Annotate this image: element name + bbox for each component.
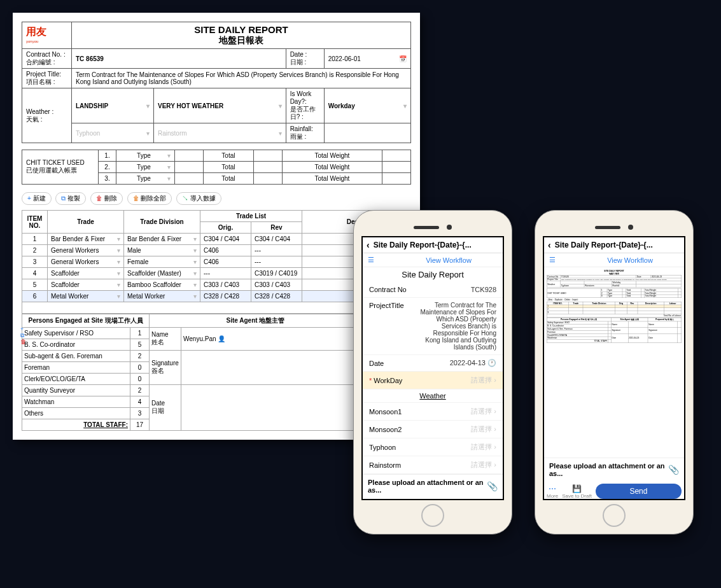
- logo-sub: yonyou: [26, 39, 38, 43]
- screen-header: ‹ Site Daily Report-{Date}-{...: [363, 237, 503, 253]
- copy-button[interactable]: ⧉ 複製: [55, 192, 86, 205]
- typhoon-select[interactable]: 請選擇 ›: [420, 442, 496, 452]
- table-row[interactable]: 5Scaffolder▾Bamboo Scaffolder▾C303 / C40…: [22, 279, 411, 291]
- chit-weight-val[interactable]: [382, 162, 411, 173]
- chit-total-val[interactable]: [253, 150, 282, 162]
- date-value[interactable]: 2022-04-13 🕐: [420, 359, 496, 367]
- mini-document-preview[interactable]: SITE DAILY REPORT地盤日報表 Contract NoTCK928…: [544, 267, 684, 458]
- delete-row-icon[interactable]: 🗑: [20, 339, 26, 346]
- chit-total-label: Total: [203, 162, 253, 173]
- contract-no-value[interactable]: TC 86539: [72, 49, 286, 69]
- chit-label: CHIT TICKET USED 已使用運載入帳票: [22, 150, 99, 185]
- screen-title: Site Daily Report-{Date}-{...: [555, 241, 653, 249]
- rainfall-value[interactable]: [324, 123, 410, 143]
- view-workflow-link[interactable]: View Workflow: [581, 256, 679, 264]
- calendar-icon[interactable]: 📅: [399, 55, 407, 62]
- person-count[interactable]: 2: [130, 385, 150, 396]
- home-button[interactable]: [421, 504, 444, 527]
- rainstorm-select[interactable]: Rainstorm▾: [153, 123, 286, 143]
- col-rev: Rev: [251, 222, 302, 234]
- person-count[interactable]: 2: [130, 351, 150, 362]
- phone-screen: ‹ Site Daily Report-{Date}-{... ☰ View W…: [361, 236, 504, 500]
- chit-row-num: 3.: [99, 173, 116, 185]
- chevron-down-icon: ▾: [117, 281, 120, 288]
- project-title-value[interactable]: Term Contract for The Maintenance of Slo…: [72, 69, 411, 88]
- person-count[interactable]: 3: [130, 408, 150, 419]
- back-icon[interactable]: ‹: [548, 240, 551, 250]
- chit-type-val[interactable]: [174, 162, 203, 173]
- delete-button[interactable]: 🗑 刪除: [90, 192, 123, 205]
- person-count[interactable]: 5: [130, 339, 150, 351]
- import-button[interactable]: ↘ 導入數據: [176, 192, 221, 205]
- table-row[interactable]: 3General Workers▾Female▾C406---: [22, 256, 411, 268]
- chevron-down-icon: ▾: [117, 258, 120, 265]
- person-count[interactable]: 0: [130, 374, 150, 385]
- date-label: Date 日期: [150, 385, 181, 431]
- agent-header: Site Agent 地盤主管: [150, 314, 362, 328]
- chit-total-val[interactable]: [253, 173, 282, 185]
- weather-label: Weather : 天氣 :: [22, 88, 72, 143]
- chit-total-val[interactable]: [253, 162, 282, 173]
- workday-value[interactable]: Workday▾: [324, 88, 410, 123]
- delete-all-button[interactable]: 🗑 刪除全部: [127, 192, 172, 205]
- send-button[interactable]: Send: [596, 484, 682, 499]
- table-row[interactable]: 4Scaffolder▾Scaffolder (Master)▾---C3019…: [22, 268, 411, 279]
- chit-weight-val[interactable]: [382, 150, 411, 162]
- table-row[interactable]: 1Bar Bender & Fixer▾Bar Bender & Fixer▾C…: [22, 234, 411, 245]
- person-count[interactable]: 4: [130, 396, 150, 408]
- chit-type[interactable]: Type▾: [116, 162, 175, 173]
- chit-total-label: Total: [203, 173, 253, 185]
- date-value[interactable]: 2022-06-01📅: [324, 49, 410, 69]
- person-role: B. S. Co-ordinator: [22, 339, 130, 351]
- chit-type[interactable]: Type▾: [116, 150, 175, 162]
- table-row[interactable]: 2General Workers▾Male▾C406---: [22, 245, 411, 256]
- chit-type-val[interactable]: [174, 150, 203, 162]
- agent-date[interactable]: [181, 385, 362, 431]
- monsoon2-select[interactable]: 請選擇 ›: [420, 424, 496, 434]
- paperclip-icon[interactable]: 📎: [487, 481, 498, 491]
- upload-row[interactable]: Please upload an attachment or an as...📎: [544, 458, 684, 481]
- chit-type[interactable]: Type▾: [116, 173, 175, 185]
- weather1-select[interactable]: LANDSHIP▾: [72, 88, 154, 123]
- contract-value[interactable]: TCK928: [420, 286, 496, 293]
- chevron-down-icon: ▾: [117, 235, 120, 242]
- chevron-down-icon: ▾: [117, 293, 120, 300]
- monsoon1-select[interactable]: 請選擇 ›: [420, 407, 496, 416]
- upload-row[interactable]: Please upload an attachment or an as...📎: [363, 474, 503, 498]
- phone-mockup-2: ‹ Site Daily Report-{Date}-{... ☰ View W…: [535, 210, 694, 535]
- person-count[interactable]: 0: [130, 362, 150, 374]
- chit-row-num: 1.: [99, 150, 116, 162]
- save-draft-button[interactable]: 💾Save to Draft: [562, 484, 592, 499]
- person-count[interactable]: 1: [130, 328, 150, 339]
- toolbar: + 新建 ⧉ 複製 🗑 刪除 🗑 刪除全部 ↘ 導入數據: [22, 192, 411, 205]
- list-icon[interactable]: ☰: [368, 256, 374, 264]
- clock-icon: 🕐: [487, 359, 496, 367]
- chit-weight-val[interactable]: [382, 173, 411, 185]
- chit-total-label: Total: [203, 150, 253, 162]
- list-icon[interactable]: ☰: [549, 256, 556, 264]
- agent-signature[interactable]: [181, 351, 362, 385]
- view-workflow-link[interactable]: View Workflow: [400, 256, 498, 264]
- paperclip-icon[interactable]: 📎: [668, 465, 679, 475]
- agent-name[interactable]: Wenyu.Pan 👤: [181, 328, 362, 351]
- user-icon[interactable]: 👤: [218, 335, 225, 342]
- phone-camera: [628, 225, 633, 230]
- contract-label: Contract No: [369, 286, 420, 293]
- workday-select[interactable]: 請選擇 ›: [420, 375, 496, 385]
- new-button[interactable]: + 新建: [22, 192, 52, 205]
- project-value[interactable]: Term Contract for The Maintenance of Slo…: [420, 302, 496, 351]
- chevron-down-icon: ▾: [167, 152, 171, 159]
- table-row-selected[interactable]: 6Metal Worker▾Metal Worker▾C328 / C428C3…: [22, 291, 411, 302]
- chit-type-val[interactable]: [174, 173, 203, 185]
- rainstorm-label: Rainstorm: [369, 461, 420, 469]
- person-role: Watchman: [22, 396, 130, 408]
- typhoon-select[interactable]: Typhoon▾: [72, 123, 154, 143]
- back-icon[interactable]: ‹: [367, 240, 370, 250]
- rainstorm-select[interactable]: 請選擇 ›: [420, 460, 496, 470]
- workday-label: *WorkDay: [369, 377, 420, 384]
- persons-header: Persons Engaged at Site 現場工作人員: [22, 314, 150, 328]
- home-button[interactable]: [603, 504, 626, 527]
- logo-text: 用友: [26, 27, 67, 37]
- weather2-select[interactable]: VERY HOT WEATHER▾: [153, 88, 286, 123]
- more-button[interactable]: ⋯More: [547, 484, 558, 499]
